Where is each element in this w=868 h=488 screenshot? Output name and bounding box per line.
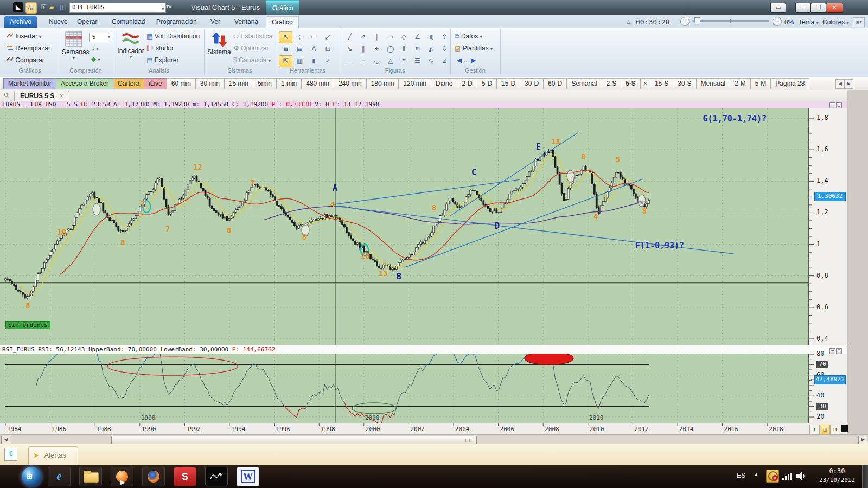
expand-icon[interactable]: ⤢	[321, 31, 335, 43]
tab-close-icon[interactable]: ×	[60, 92, 63, 100]
timeframe-button-mensual[interactable]: Mensual	[696, 78, 730, 89]
vol-distribution-button[interactable]: ▦ Vol. Distribution	[146, 33, 200, 40]
column-view-icon[interactable]: ▥	[293, 55, 307, 67]
taskbar-file-explorer-icon[interactable]	[79, 467, 102, 486]
speed-lines-icon[interactable]: ☰	[411, 55, 424, 67]
parallel-lines-icon[interactable]: ∥	[356, 43, 370, 55]
timeframe-button-120-min[interactable]: 120 min	[398, 78, 431, 89]
open-folder-icon[interactable]: ▰	[47, 2, 57, 12]
axis-chart-mode-icon[interactable]: ⬆	[809, 425, 820, 434]
timeframe-button-5min[interactable]: 5min	[253, 78, 276, 89]
menu-nuevo[interactable]: Nuevo	[43, 16, 73, 28]
taskbar-trading-app-icon[interactable]: S	[174, 467, 196, 486]
rsi-scale[interactable]: 80604020←70←30←47,48921	[808, 354, 848, 423]
timeframe-button-60-d[interactable]: 60-D	[543, 78, 566, 89]
pointer-frame-icon[interactable]: ⇱	[279, 55, 292, 67]
mini-window-icon[interactable]: ⊡	[321, 43, 335, 55]
apply-check-icon[interactable]: ✓	[321, 55, 335, 67]
timeframe-button-ilive[interactable]: iLive	[144, 78, 167, 89]
chart-maximize-icon[interactable]: □	[836, 102, 842, 108]
colores-dropdown[interactable]: Colores ▾	[822, 18, 849, 26]
explorer-button[interactable]: ▤ Explorer	[146, 56, 178, 64]
timeframe-button-1-min[interactable]: 1 min	[276, 78, 301, 89]
candle-style-icon[interactable]: ⫶⫶ ▾	[91, 44, 98, 52]
axis-save-icon[interactable]: ◫	[820, 425, 830, 434]
timeframe-button-480-min[interactable]: 480 min	[301, 78, 334, 89]
tema-dropdown[interactable]: Tema ▾	[799, 18, 819, 26]
polygon-icon[interactable]: △	[384, 55, 397, 67]
timeframe-button-5-d[interactable]: 5-D	[477, 78, 496, 89]
timeframe-button-240-min[interactable]: 240 min	[334, 78, 366, 89]
template-nav[interactable]: ◀ ... ▶	[457, 56, 476, 64]
timeframe-button-30-d[interactable]: 30-D	[520, 78, 543, 89]
alertas-tab[interactable]: ➤ Alertas	[28, 446, 78, 465]
timeframe-button-180-min[interactable]: 180 min	[366, 78, 399, 89]
sistema-button[interactable]: Sistema	[206, 31, 232, 56]
estadistica-button[interactable]: ⬭ Estadística	[233, 33, 272, 40]
gann-lines-icon[interactable]: ≡	[397, 55, 411, 67]
horizontal-grid-icon[interactable]: ≣	[279, 43, 292, 55]
taskbar-media-player-icon[interactable]: ▶	[111, 467, 133, 486]
text-label-icon[interactable]: A	[307, 43, 321, 55]
timeframe-button-diario[interactable]: Diario	[431, 78, 457, 89]
segment-icon[interactable]: —	[343, 55, 356, 67]
tab-scroll-right-icon[interactable]: ▶	[844, 79, 853, 89]
help-button[interactable]: ▭	[770, 3, 786, 13]
tray-network-error-icon[interactable]: ✕	[766, 470, 779, 483]
insertar-button[interactable]: Insertar ▾	[7, 33, 41, 40]
chart-tab-eurus[interactable]: EURUS 5 S ×	[14, 91, 69, 101]
axis-pin-icon[interactable]: ⊓	[830, 425, 840, 434]
datos-button[interactable]: ⧉ Datos ▾	[455, 33, 482, 40]
arc-icon[interactable]: ◡	[370, 55, 384, 67]
zoom-in-button[interactable]: +	[773, 17, 782, 26]
pointer-select-icon[interactable]: ↖	[279, 31, 292, 43]
regression-icon[interactable]: ≷	[424, 31, 438, 43]
timeframe-button-15-d[interactable]: 15-D	[496, 78, 520, 89]
trend-down-icon[interactable]: ⇘	[343, 43, 356, 55]
time-axis[interactable]: ⬆ ◫ ⊓ 1984198619881990199219941996199820…	[0, 423, 847, 435]
measure-icon[interactable]: ⊹	[293, 31, 307, 43]
menu-ver[interactable]: Ver	[205, 16, 226, 28]
vertical-line-icon[interactable]: ∣	[370, 31, 384, 43]
timeframe-button-cartera[interactable]: Cartera	[113, 78, 144, 89]
tray-language[interactable]: ES	[737, 472, 745, 479]
rectangle-icon[interactable]: ▭	[384, 31, 397, 43]
estudio-button[interactable]: ⫼ Estudio	[146, 44, 173, 52]
horizontal-line-icon[interactable]: −	[356, 55, 370, 67]
maximize-button[interactable]: ❐	[810, 3, 826, 13]
diamond-icon[interactable]: ◇	[397, 31, 411, 43]
rsi-minimize-icon[interactable]: –	[829, 348, 835, 354]
menu-archivo[interactable]: Archivo	[4, 16, 37, 28]
timeframe-button-60-min[interactable]: 60 min	[167, 78, 195, 89]
show-desktop-button[interactable]	[862, 465, 868, 488]
arrow-down-icon[interactable]: ⇩	[438, 43, 451, 55]
parallel-vertical-icon[interactable]: ‖	[397, 43, 411, 55]
wave-tool-icon[interactable]: ∿	[424, 55, 438, 67]
cross-hair-icon[interactable]: +	[370, 43, 384, 55]
fill-style-icon[interactable]: ◆ ▾	[91, 55, 100, 63]
timeframe-button-p-gina-28[interactable]: Página 28	[770, 78, 809, 89]
symbol-combobox[interactable]: 034 EURUS ▼	[69, 3, 166, 13]
arrow-trend-icon[interactable]: ⇗	[356, 31, 370, 43]
rsi-chart-panel[interactable]: 199020002010	[0, 354, 808, 423]
price-chart-panel[interactable]: 10887127788410138138548ABCDEG(1,70-1,74)…	[0, 108, 808, 345]
minimize-button[interactable]: —	[795, 3, 811, 13]
ellipse-icon[interactable]: ◯	[384, 43, 397, 55]
collapse-ribbon-icon[interactable]: △	[627, 19, 630, 24]
tray-signal-icon[interactable]	[782, 472, 793, 480]
triangle-icon[interactable]: ◭	[424, 43, 438, 55]
fibonacci-arcs-icon[interactable]: ≋	[411, 43, 424, 55]
timeframe-button-30-s[interactable]: 30-S	[673, 78, 695, 89]
context-tab-grafico[interactable]: Gráfico	[266, 0, 299, 16]
zoom-rect-icon[interactable]: ▭	[307, 31, 321, 43]
axis-black-box-icon[interactable]	[841, 425, 848, 432]
rsi-maximize-icon[interactable]: □	[836, 348, 842, 354]
timeframe-button-15-min[interactable]: 15 min	[224, 78, 253, 89]
wedge-icon[interactable]: ⊿	[438, 55, 451, 67]
chart-minimize-icon[interactable]: –	[829, 102, 835, 108]
save-workspace-icon[interactable]: ◫	[58, 2, 68, 12]
timeframe-button-30-min[interactable]: 30 min	[195, 78, 224, 89]
scrollbar-thumb[interactable]: ⠿⠿	[111, 436, 477, 444]
timeframe-button-15-s[interactable]: 15-S	[650, 78, 673, 89]
quick-access-more-icon[interactable]: ▾≡	[166, 3, 172, 9]
